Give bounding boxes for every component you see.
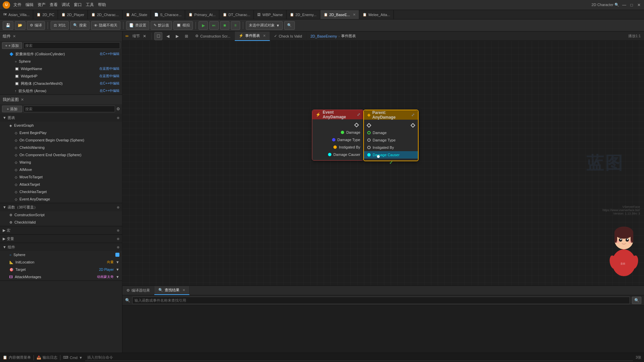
stop-button[interactable]: ⏹	[220, 21, 229, 30]
tab-find-results[interactable]: 🔍 查找结果 ✕	[154, 286, 190, 295]
find-button[interactable]: 🔍	[284, 21, 295, 30]
graph-search-input[interactable]	[23, 106, 115, 112]
component-collision-cylinder[interactable]: 🔷 胶囊体组件 (CollisionCylinder) 在C++中编辑	[0, 50, 122, 58]
nav-back[interactable]: ◀	[164, 32, 172, 40]
node-parent-expand-icon[interactable]: ⤢	[411, 113, 415, 117]
tab-compiler-results[interactable]: ⚙ 编译器结果	[122, 286, 154, 295]
parent-pin-damagecauser-in[interactable]: Damage Causer	[364, 151, 418, 159]
tab-2d-player[interactable]: 📋 2D_Player	[58, 10, 88, 19]
my-blueprint-close-icon[interactable]: ✕	[21, 98, 24, 102]
tab-wbp-name[interactable]: 🖼 WBP_Name	[254, 10, 286, 19]
graph-chekiswarning[interactable]: ◇ ChekIsWarning	[0, 144, 122, 151]
settings-icon[interactable]: ⚙	[116, 107, 120, 111]
component-mesh[interactable]: 🔲 网格体 (CharacterMesh0) 在C++中编辑	[0, 80, 122, 87]
pin-damage-out[interactable]: Damage	[312, 129, 364, 136]
graph-eventgraph[interactable]: ◈ EventGraph	[0, 122, 122, 129]
play-next-button[interactable]: ⏭	[209, 21, 219, 30]
graph-on-component-begin[interactable]: ◇ On Component Begin Overlap (Sphere)	[0, 136, 122, 144]
compile-button[interactable]: ⚙ 编译	[27, 21, 45, 30]
menu-help[interactable]: 帮助	[98, 2, 106, 8]
functions-add-icon[interactable]: ⊕	[117, 205, 119, 209]
status-content-menu[interactable]: 📋 内容侧滑菜单	[3, 355, 31, 360]
parent-pin-damagetype-in[interactable]: Damage Type	[364, 136, 418, 144]
component-arrow[interactable]: ↑ 箭头组件 (Arrow) 在C++中编辑	[0, 87, 122, 95]
component-sphere[interactable]: ○ Sphere	[0, 58, 122, 65]
defaults-button[interactable]: ✎ 默认值	[151, 21, 172, 30]
tab-s-charace[interactable]: 📄 S_Charace...	[151, 10, 185, 19]
node-parent-anydamage[interactable]: ◈ Parent: AnyDamage ⤢ Damage	[363, 110, 419, 161]
pause-button[interactable]: ⏸	[231, 21, 240, 30]
var-target[interactable]: 🎯 Target 2D Player ▼	[0, 266, 122, 273]
tab-close-2d-basee[interactable]: ✕	[353, 13, 356, 16]
tab-dt-charac[interactable]: 📋 DT_Charac...	[219, 10, 254, 19]
graph-waring[interactable]: ◇ Waring	[0, 159, 122, 166]
pin-exec-out[interactable]	[312, 121, 364, 129]
variables-header[interactable]: ▶ 变量 ⊕	[0, 235, 122, 243]
node-expand-icon[interactable]: ⤢	[357, 112, 360, 117]
maximize-button[interactable]: □	[629, 3, 634, 7]
pin-damagecauser-out[interactable]: Damage Causer	[312, 151, 364, 158]
macros-add-icon[interactable]: ⊕	[117, 229, 119, 232]
tab-asian-villa[interactable]: 🗺 Asian_Villa...	[0, 10, 33, 19]
menu-window[interactable]: 窗口	[74, 2, 82, 8]
status-output-log[interactable]: 📤 输出日志	[37, 355, 57, 360]
chevron-down-icon3[interactable]: ▼	[116, 267, 119, 272]
pin-instigatedby-out[interactable]: Instigated By	[312, 143, 364, 151]
graph-on-component-end[interactable]: ◇ On Component End Overlap (Sphere)	[0, 151, 122, 159]
cmd-dropdown-icon[interactable]: ▼	[79, 356, 83, 360]
add-graph-button[interactable]: + 添加	[2, 106, 22, 112]
menu-debug[interactable]: 调试	[62, 2, 70, 8]
tab-2d-enemy[interactable]: 📋 2D_Enemy...	[286, 10, 320, 19]
components-bottom-header[interactable]: ▼ 组件 ⊕	[0, 243, 122, 251]
tab-event-graph[interactable]: ⚡ 事件图表 ✕	[235, 32, 270, 41]
tab-find-close[interactable]: ✕	[182, 288, 185, 292]
save-button[interactable]: 💾	[3, 21, 13, 30]
graph-section-header[interactable]: ▼ 图表 ⊕	[0, 114, 122, 122]
parent-pin-instigatedby-in[interactable]: Instigated By	[364, 144, 418, 151]
components-bottom-add-icon[interactable]: ⊕	[117, 245, 119, 249]
func-checkisvalid[interactable]: ⚙ CheckIsValid	[0, 219, 122, 226]
chevron-down-icon2[interactable]: ▼	[116, 260, 119, 264]
tab-2d-charac[interactable]: 📋 2D_Charac...	[88, 10, 122, 19]
tab-event-close[interactable]: ✕	[263, 34, 266, 38]
menu-view[interactable]: 查看	[50, 2, 58, 8]
node-event-anydamage[interactable]: ⚡ Event AnyDamage ⤢ Damage	[312, 110, 364, 161]
macros-header[interactable]: ▶ 宏 ⊕	[0, 226, 122, 234]
menu-assets[interactable]: 资产	[38, 2, 46, 8]
classify-button[interactable]: 📑 类设置	[126, 21, 149, 30]
var-sphere[interactable]: ○ Sphere	[0, 251, 122, 258]
menu-edit[interactable]: 编辑	[25, 2, 34, 8]
component-widgetname[interactable]: 🔲 WidgetName 在蓝图中编辑	[0, 65, 122, 72]
status-cmd[interactable]: ⌨ Cmd ▼	[63, 355, 83, 360]
func-constructionscript[interactable]: ⚙ ConstructionScript	[0, 211, 122, 219]
tab-ac-state[interactable]: 📋 AC_State	[122, 10, 151, 19]
compare-button[interactable]: ⚖ 对比	[51, 21, 69, 30]
close-button[interactable]: ✕	[637, 3, 641, 7]
chevron-down-icon4[interactable]: ▼	[116, 275, 119, 279]
graph-aimove[interactable]: ◇ AIMove	[0, 166, 122, 173]
open-button[interactable]: 📂	[15, 21, 25, 30]
tab-check-is-valid[interactable]: ✓ Check Is Valid	[270, 32, 307, 41]
tab-primary-at[interactable]: 📋 Primary_At...	[185, 10, 219, 19]
breadcrumb-base[interactable]: 2D_BaseEnemy	[310, 34, 337, 38]
tab-2d-basee[interactable]: 📋 2D_BaseE... ✕	[320, 10, 360, 19]
search-button[interactable]: 🔍 搜索	[70, 21, 90, 30]
var-attackmontages[interactable]: 🎞 AttackMontages 动画蒙太奇 ▼	[0, 273, 122, 281]
nav-layout[interactable]: ⊞	[182, 32, 191, 40]
menu-file[interactable]: 文件	[13, 2, 21, 8]
find-search-input[interactable]	[132, 297, 630, 304]
play-button[interactable]: ▶	[199, 21, 208, 30]
menu-tools[interactable]: 工具	[86, 2, 94, 8]
tab-2d-pc[interactable]: 📋 2D_PC	[33, 10, 58, 19]
simulate-button[interactable]: 🔲 模拟	[173, 21, 193, 30]
find-action-button[interactable]: 🔍	[632, 297, 641, 304]
tab-melee-atta[interactable]: 📋 Melee_Atta...	[359, 10, 394, 19]
minimize-button[interactable]: —	[622, 3, 627, 7]
graph-event-anydamage[interactable]: ◇ Event AnyDamage	[0, 195, 122, 203]
graph-attacktarget[interactable]: ◇ AttackTarget	[0, 181, 122, 188]
functions-header[interactable]: ▼ 函数（38可覆盖） ⊕	[0, 203, 122, 211]
hide-unrelated-button[interactable]: 👁 隐藏不相关	[91, 21, 120, 30]
nav-forward[interactable]: ▶	[173, 32, 181, 40]
graph-movetotarget[interactable]: ◇ MoveToTarget	[0, 173, 122, 181]
var-initlocation[interactable]: 📐 InitLocation 向量 ▼	[0, 258, 122, 266]
